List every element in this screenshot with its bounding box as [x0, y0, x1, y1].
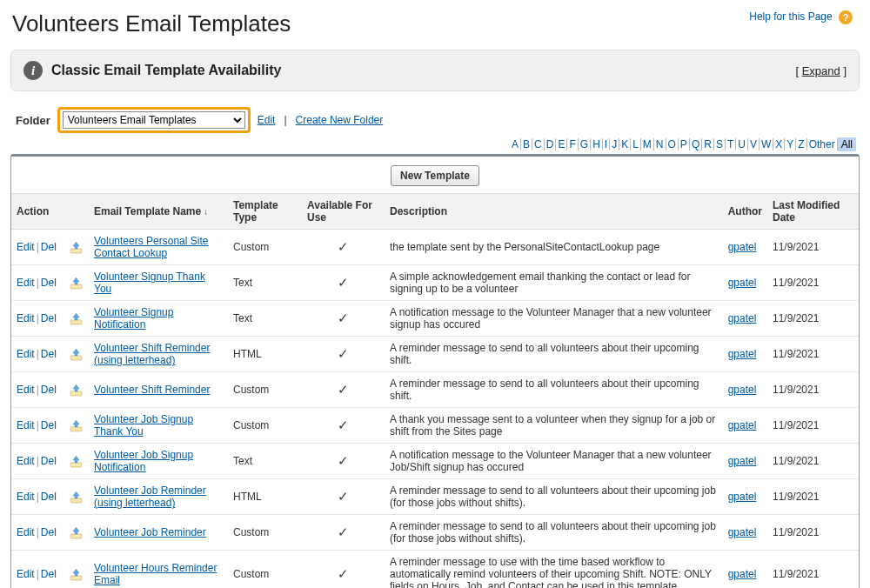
- new-template-button[interactable]: New Template: [391, 165, 479, 186]
- del-link[interactable]: Del: [41, 455, 57, 467]
- alpha-R[interactable]: R: [702, 138, 714, 150]
- template-name-link[interactable]: Volunteer Signup Thank You: [94, 271, 205, 295]
- alpha-I[interactable]: I: [603, 138, 610, 150]
- edit-link[interactable]: Edit: [17, 419, 35, 431]
- folder-select[interactable]: Volunteers Email Templates: [63, 111, 245, 129]
- alpha-T[interactable]: T: [726, 138, 736, 150]
- del-link[interactable]: Del: [41, 384, 57, 396]
- edit-link[interactable]: Edit: [17, 312, 35, 324]
- author-link[interactable]: gpatel: [728, 419, 757, 431]
- download-icon[interactable]: [69, 418, 84, 433]
- author-link[interactable]: gpatel: [728, 241, 757, 253]
- download-icon[interactable]: [69, 347, 84, 362]
- download-cell[interactable]: [64, 337, 89, 372]
- download-cell[interactable]: [64, 551, 89, 589]
- alpha-J[interactable]: J: [610, 138, 619, 150]
- author-link[interactable]: gpatel: [728, 277, 757, 289]
- edit-link[interactable]: Edit: [17, 455, 35, 467]
- download-cell[interactable]: [64, 265, 89, 301]
- edit-link[interactable]: Edit: [17, 348, 35, 360]
- template-name-link[interactable]: Volunteer Job Reminder (using letterhead…: [94, 484, 206, 509]
- alpha-Z[interactable]: Z: [796, 138, 806, 150]
- alpha-H[interactable]: H: [591, 138, 603, 150]
- edit-link[interactable]: Edit: [17, 277, 35, 289]
- download-cell[interactable]: [64, 230, 89, 265]
- alpha-S[interactable]: S: [714, 138, 726, 150]
- alpha-W[interactable]: W: [760, 138, 773, 150]
- download-cell[interactable]: [64, 372, 89, 408]
- alpha-E[interactable]: E: [556, 138, 567, 150]
- author-link[interactable]: gpatel: [728, 312, 757, 324]
- alpha-O[interactable]: O: [666, 138, 679, 150]
- th-type[interactable]: Template Type: [228, 194, 302, 230]
- author-link[interactable]: gpatel: [728, 455, 757, 467]
- download-cell[interactable]: [64, 515, 89, 551]
- author-link[interactable]: gpatel: [728, 526, 757, 538]
- template-name-link[interactable]: Volunteer Job Signup Notification: [94, 449, 193, 473]
- author-link[interactable]: gpatel: [728, 348, 757, 360]
- download-cell[interactable]: [64, 408, 89, 444]
- th-name[interactable]: Email Template Name↓: [89, 194, 228, 230]
- del-link[interactable]: Del: [41, 312, 57, 324]
- th-avail[interactable]: Available For Use: [302, 194, 385, 230]
- download-cell[interactable]: [64, 479, 89, 515]
- edit-link[interactable]: Edit: [17, 241, 35, 253]
- download-icon[interactable]: [69, 276, 84, 291]
- edit-folder-link[interactable]: Edit: [258, 114, 276, 126]
- alpha-G[interactable]: G: [579, 138, 591, 150]
- template-name-link[interactable]: Volunteer Shift Reminder: [94, 384, 210, 396]
- alpha-Q[interactable]: Q: [690, 138, 702, 150]
- download-cell[interactable]: [64, 444, 89, 479]
- edit-link[interactable]: Edit: [17, 384, 35, 396]
- edit-link[interactable]: Edit: [17, 568, 35, 580]
- del-link[interactable]: Del: [41, 568, 57, 580]
- author-link[interactable]: gpatel: [728, 568, 757, 580]
- author-link[interactable]: gpatel: [728, 491, 757, 503]
- alpha-P[interactable]: P: [679, 138, 690, 150]
- alpha-M[interactable]: M: [641, 138, 654, 150]
- th-desc[interactable]: Description: [385, 194, 723, 230]
- help-icon[interactable]: ?: [839, 10, 853, 24]
- template-name-link[interactable]: Volunteers Personal Site Contact Lookup: [94, 235, 208, 259]
- template-name-link[interactable]: Volunteer Shift Reminder (using letterhe…: [94, 342, 210, 366]
- template-name-link[interactable]: Volunteer Job Signup Thank You: [94, 413, 193, 438]
- download-icon[interactable]: [69, 311, 84, 326]
- download-cell[interactable]: [64, 301, 89, 337]
- edit-link[interactable]: Edit: [17, 491, 35, 503]
- template-name-link[interactable]: Volunteer Hours Reminder Email: [94, 562, 217, 586]
- download-icon[interactable]: [69, 490, 84, 504]
- download-icon[interactable]: [69, 240, 84, 255]
- create-folder-link[interactable]: Create New Folder: [296, 114, 384, 126]
- del-link[interactable]: Del: [41, 526, 57, 538]
- alpha-C[interactable]: C: [532, 138, 545, 150]
- alpha-U[interactable]: U: [736, 138, 748, 150]
- author-link[interactable]: gpatel: [728, 384, 757, 396]
- template-name-link[interactable]: Volunteer Signup Notification: [94, 306, 173, 331]
- alpha-B[interactable]: B: [521, 138, 532, 150]
- alpha-N[interactable]: N: [654, 138, 666, 150]
- del-link[interactable]: Del: [41, 277, 57, 289]
- alpha-L[interactable]: L: [631, 138, 641, 150]
- del-link[interactable]: Del: [41, 348, 57, 360]
- alpha-F[interactable]: F: [567, 138, 578, 150]
- alpha-A[interactable]: A: [510, 138, 521, 150]
- download-icon[interactable]: [69, 383, 84, 398]
- edit-link[interactable]: Edit: [17, 526, 35, 538]
- alpha-V[interactable]: V: [748, 138, 760, 150]
- download-icon[interactable]: [69, 525, 84, 540]
- template-name-link[interactable]: Volunteer Job Reminder: [94, 526, 206, 538]
- th-author[interactable]: Author: [723, 194, 767, 230]
- alpha-other[interactable]: Other: [807, 138, 838, 150]
- download-icon[interactable]: [69, 567, 84, 582]
- del-link[interactable]: Del: [41, 491, 57, 503]
- download-icon[interactable]: [69, 454, 84, 469]
- th-date[interactable]: Last Modified Date: [767, 194, 859, 230]
- alpha-K[interactable]: K: [619, 138, 631, 150]
- help-for-page[interactable]: Help for this Page ?: [749, 10, 853, 24]
- expand-link[interactable]: [ Expand ]: [795, 64, 847, 77]
- del-link[interactable]: Del: [41, 241, 57, 253]
- alpha-D[interactable]: D: [545, 138, 557, 150]
- del-link[interactable]: Del: [41, 419, 57, 431]
- alpha-Y[interactable]: Y: [785, 138, 796, 150]
- alpha-X[interactable]: X: [773, 138, 785, 150]
